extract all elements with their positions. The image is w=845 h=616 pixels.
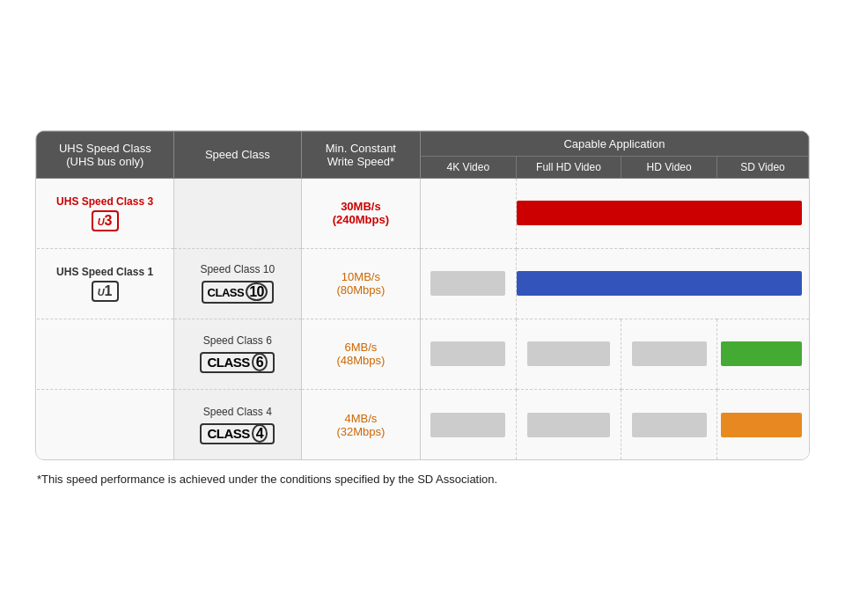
row-class6: Speed Class 6 CLASS6 6MB/s(48Mbps) xyxy=(37,319,809,389)
row-class4: Speed Class 4 CLASS4 4MB/s(32Mbps) xyxy=(37,389,809,459)
speed-class-table: UHS Speed Class(UHS bus only) Speed Clas… xyxy=(36,131,809,460)
class6-minwrite-cell: 6MB/s(48Mbps) xyxy=(301,319,420,389)
class4-gray2 xyxy=(527,413,610,437)
uhs3-logo: U3 xyxy=(92,210,119,231)
uhs3-logo-u: U xyxy=(98,216,105,227)
class10-gray-bar xyxy=(430,271,505,296)
class6-gray1 xyxy=(430,341,505,366)
uhs3-text: UHS Speed Class 3 xyxy=(42,195,168,208)
class10-label: Speed Class 10 xyxy=(180,263,296,275)
row-uhs3: UHS Speed Class 3 U3 30MB/s(240Mbps) xyxy=(37,178,809,248)
class4-sd-cell xyxy=(717,389,809,459)
uhs3-bar xyxy=(517,201,802,225)
class6-uhs-cell xyxy=(37,319,174,389)
header-sd-video: SD Video xyxy=(717,156,809,178)
uhs1-label-cell: UHS Speed Class 1 U1 xyxy=(37,248,174,319)
class4-label: Speed Class 4 xyxy=(180,406,296,418)
class10-speed-cell: Speed Class 10 CLASS10 xyxy=(173,248,301,319)
class10-logo: CLASS10 xyxy=(202,281,274,304)
header-uhs-speed-class: UHS Speed Class(UHS bus only) xyxy=(37,131,174,178)
class6-hd-cell xyxy=(621,319,717,389)
class10-blue-bar xyxy=(517,271,802,296)
uhs1-text: UHS Speed Class 1 xyxy=(42,266,168,278)
class4-logo: CLASS4 xyxy=(200,423,275,444)
uhs3-label-cell: UHS Speed Class 3 U3 xyxy=(37,178,174,248)
class6-4k-cell xyxy=(420,319,516,389)
uhs1-logo: U1 xyxy=(92,281,119,302)
header-speed-class: Speed Class xyxy=(173,131,301,178)
uhs3-minwrite-cell: 30MB/s(240Mbps) xyxy=(301,178,420,248)
header-capable-app: Capable Application xyxy=(420,131,808,156)
class6-logo: CLASS6 xyxy=(200,352,275,373)
class4-hd-cell xyxy=(621,389,717,459)
class4-orange-bar xyxy=(721,413,801,437)
class6-fullhd-cell xyxy=(516,319,621,389)
table-wrapper: UHS Speed Class(UHS bus only) Speed Clas… xyxy=(35,130,810,461)
row-uhs1-class10: UHS Speed Class 1 U1 Speed Class 10 CLAS… xyxy=(37,248,809,319)
footnote: *This speed performance is achieved unde… xyxy=(35,473,810,486)
class4-gray3 xyxy=(632,413,707,437)
class6-speed-cell: Speed Class 6 CLASS6 xyxy=(173,319,301,389)
uhs3-bar-cell xyxy=(516,178,808,248)
uhs1-logo-u: U xyxy=(98,287,105,297)
class4-uhs-cell xyxy=(37,389,174,459)
class6-sd-cell xyxy=(717,319,809,389)
header-row-main: UHS Speed Class(UHS bus only) Speed Clas… xyxy=(37,131,809,156)
class4-4k-cell xyxy=(420,389,516,459)
class4-fullhd-cell xyxy=(516,389,621,459)
outer-container: UHS Speed Class(UHS bus only) Speed Clas… xyxy=(35,130,810,487)
class6-label: Speed Class 6 xyxy=(180,334,296,347)
header-hd-video: HD Video xyxy=(621,156,717,178)
class6-green-bar xyxy=(721,341,801,366)
class6-gray3 xyxy=(632,341,707,366)
uhs1-logo-1: 1 xyxy=(105,283,113,298)
class4-gray1 xyxy=(430,413,505,437)
class10-4k-cell xyxy=(420,248,516,319)
header-4k-video: 4K Video xyxy=(420,156,516,178)
class4-speed-cell: Speed Class 4 CLASS4 xyxy=(173,389,301,459)
uhs3-4k-cell xyxy=(420,178,516,248)
uhs3-logo-3: 3 xyxy=(105,213,113,228)
header-min-write: Min. ConstantWrite Speed* xyxy=(301,131,420,178)
uhs3-speed-cell xyxy=(173,178,301,248)
class4-minwrite-cell: 4MB/s(32Mbps) xyxy=(301,389,420,459)
header-fullhd-video: Full HD Video xyxy=(516,156,621,178)
class10-bar-cell xyxy=(516,248,808,319)
class6-gray2 xyxy=(527,341,610,366)
class10-minwrite-cell: 10MB/s(80Mbps) xyxy=(301,248,420,319)
